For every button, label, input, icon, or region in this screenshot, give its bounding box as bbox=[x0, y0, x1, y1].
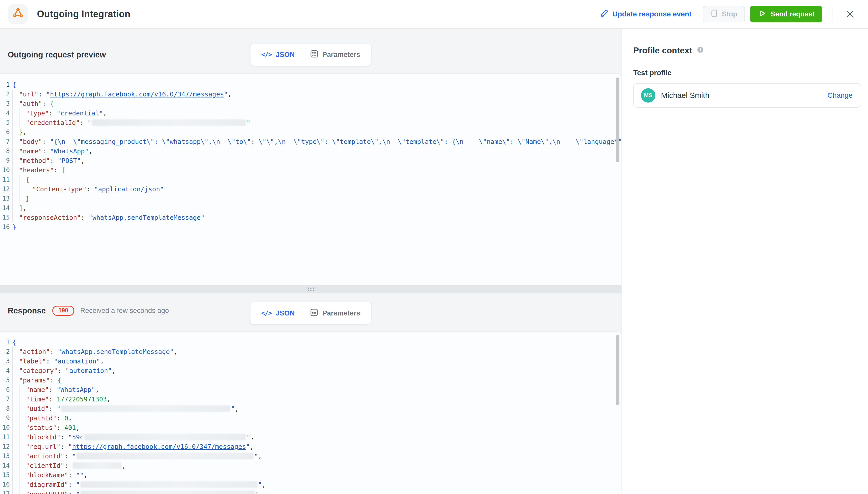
avatar: MS bbox=[641, 88, 655, 102]
code-line: 7"time": 1772205971303, bbox=[0, 395, 621, 404]
pencil-icon bbox=[600, 9, 609, 20]
parameters-list-icon bbox=[310, 308, 318, 318]
redacted-value bbox=[80, 481, 257, 488]
test-profile-card: MS Michael Smith Change bbox=[633, 83, 861, 108]
code-line: 3"label": "automation", bbox=[0, 357, 621, 366]
tab-request-json[interactable]: </> JSON bbox=[254, 51, 303, 59]
profile-context-title: Profile context bbox=[633, 46, 692, 55]
code-line: 9"method": "POST", bbox=[0, 156, 621, 166]
redacted-value bbox=[61, 405, 230, 412]
code-line: 15"blockName": "", bbox=[0, 470, 621, 480]
code-line: 10"headers": [ bbox=[0, 166, 621, 175]
code-line: 6}, bbox=[0, 128, 621, 137]
panel-splitter[interactable] bbox=[0, 285, 621, 293]
code-line: 3"auth": { bbox=[0, 99, 621, 109]
play-icon bbox=[758, 9, 766, 19]
info-icon[interactable] bbox=[697, 46, 704, 55]
request-view-tabs: </> JSON Parameters bbox=[251, 44, 371, 66]
code-line: 2"url": "https://graph.facebook.com/v16.… bbox=[0, 90, 621, 99]
response-received-status: Received a few seconds ago bbox=[80, 307, 169, 315]
redacted-value bbox=[76, 453, 254, 459]
response-view-tabs: </> JSON Parameters bbox=[251, 302, 371, 324]
outgoing-integration-window: Outgoing Integration Update response eve… bbox=[0, 0, 868, 494]
code-line: 4"type": "credential", bbox=[0, 109, 621, 118]
code-line: 14], bbox=[0, 203, 621, 213]
tab-response-parameters[interactable]: Parameters bbox=[302, 308, 368, 318]
response-title: Response bbox=[8, 306, 46, 316]
code-line: 8"uuid": "", bbox=[0, 404, 621, 414]
page-title: Outgoing Integration bbox=[37, 9, 130, 19]
stop-button[interactable]: Stop bbox=[703, 6, 745, 22]
stop-label: Stop bbox=[722, 10, 737, 18]
code-line: 14"clientId": , bbox=[0, 461, 621, 470]
header-divider bbox=[833, 6, 833, 22]
send-request-label: Send request bbox=[771, 10, 815, 18]
response-viewer-scrollbar[interactable] bbox=[616, 335, 619, 405]
profile-name: Michael Smith bbox=[661, 91, 709, 100]
code-icon: </> bbox=[261, 51, 272, 58]
update-response-event-button[interactable]: Update response event bbox=[600, 9, 691, 20]
splitter-handle-icon bbox=[308, 287, 314, 291]
window-header: Outgoing Integration Update response eve… bbox=[0, 0, 868, 29]
code-line: 16"diagramId": "", bbox=[0, 480, 621, 489]
code-line: 13} bbox=[0, 194, 621, 203]
send-request-button[interactable]: Send request bbox=[750, 6, 822, 22]
code-line: 17"eventUUID": "", bbox=[0, 489, 621, 494]
code-line: 10"status": 401, bbox=[0, 423, 621, 433]
code-line: 16} bbox=[0, 222, 621, 232]
tab-request-parameters[interactable]: Parameters bbox=[302, 50, 368, 60]
code-line: 8"name": "WhatsApp", bbox=[0, 147, 621, 156]
response-section-header: Response 190 Received a few seconds ago … bbox=[0, 293, 621, 331]
close-button[interactable] bbox=[842, 6, 858, 22]
webhook-icon bbox=[12, 7, 24, 21]
code-line: 15"responseAction": "whatsApp.sendTempla… bbox=[0, 213, 621, 222]
tab-json-label: JSON bbox=[276, 51, 295, 59]
code-line: 6"name": "WhatsApp", bbox=[0, 385, 621, 395]
code-icon: </> bbox=[261, 309, 272, 317]
change-profile-button[interactable]: Change bbox=[828, 91, 853, 99]
code-line: 1{ bbox=[0, 338, 621, 347]
tab-json-label: JSON bbox=[276, 309, 295, 317]
code-line: 4"category": "automation", bbox=[0, 366, 621, 376]
request-editor-scrollbar[interactable] bbox=[616, 77, 619, 162]
parameters-list-icon bbox=[310, 50, 318, 60]
request-preview-title: Outgoing request preview bbox=[8, 50, 106, 59]
tab-response-json[interactable]: </> JSON bbox=[254, 309, 303, 317]
redacted-value bbox=[92, 119, 246, 126]
request-section-header: Outgoing request preview </> JSON bbox=[0, 29, 621, 73]
code-line: 5"params": { bbox=[0, 376, 621, 385]
code-line: 5"credentialId": "" bbox=[0, 118, 621, 128]
code-line: 12"Content-Type": "application/json" bbox=[0, 185, 621, 194]
code-line: 13"actionId": "", bbox=[0, 452, 621, 461]
code-line: 7"body": "{\n \"messaging_product\": \"w… bbox=[0, 137, 621, 147]
code-line: 9"pathId": 0, bbox=[0, 414, 621, 423]
code-line: 1{ bbox=[0, 80, 621, 90]
response-json-viewer[interactable]: 1{2"action": "whatsApp.sendTemplateMessa… bbox=[0, 331, 621, 494]
code-line: 12"req.url": "https://graph.facebook.com… bbox=[0, 442, 621, 452]
redacted-value bbox=[80, 491, 255, 494]
code-line: 11"blockId": "59c", bbox=[0, 433, 621, 442]
tab-parameters-label: Parameters bbox=[322, 309, 360, 317]
tab-parameters-label: Parameters bbox=[322, 51, 360, 59]
redacted-value bbox=[73, 462, 122, 469]
code-line: 2"action": "whatsApp.sendTemplateMessage… bbox=[0, 347, 621, 357]
redacted-value bbox=[84, 434, 246, 440]
profile-context-sidebar: Profile context Test profile MS Michael … bbox=[621, 29, 868, 494]
integration-app-tile bbox=[8, 4, 28, 24]
request-response-workspace: Outgoing request preview </> JSON bbox=[0, 29, 621, 494]
update-response-event-label: Update response event bbox=[613, 10, 691, 18]
code-line: 11{ bbox=[0, 175, 621, 185]
stop-icon bbox=[710, 9, 718, 19]
test-profile-label: Test profile bbox=[633, 69, 861, 77]
response-time-badge: 190 bbox=[52, 306, 74, 316]
request-json-editor[interactable]: 1{2"url": "https://graph.facebook.com/v1… bbox=[0, 73, 621, 285]
